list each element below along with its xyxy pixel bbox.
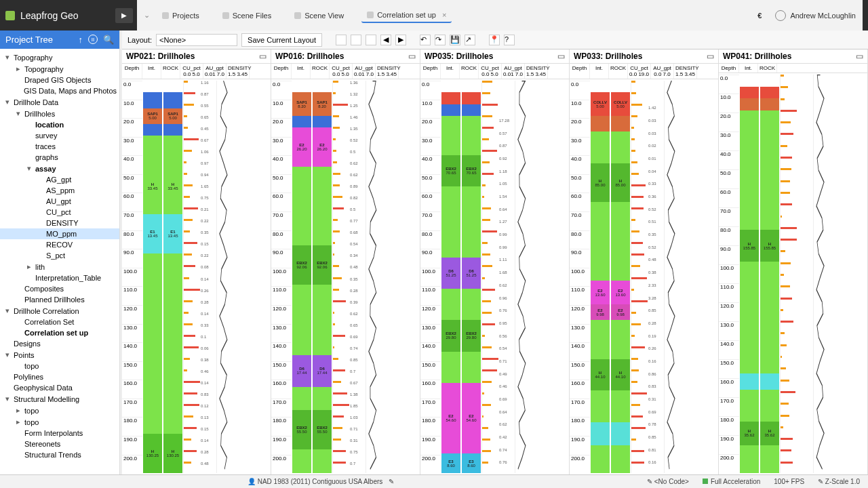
record-button[interactable]	[115, 8, 133, 23]
tree-node[interactable]: ▾Topography	[0, 52, 119, 63]
tree-node[interactable]: CU_pct	[0, 207, 119, 218]
fps-label: 100+ FPS	[774, 478, 804, 485]
tree-node[interactable]: ▸topo	[0, 416, 119, 428]
tree-node[interactable]: ▾Drillholes	[0, 108, 119, 119]
cu-pct-column	[183, 81, 199, 473]
tree-node[interactable]: Correlation Set	[0, 317, 119, 327]
panel-close-icon[interactable]: ▭	[259, 52, 267, 61]
caret-icon[interactable]: ▾	[4, 350, 11, 359]
pause-icon[interactable]: II	[88, 35, 98, 44]
tree-node[interactable]: traces	[0, 141, 119, 152]
next-icon[interactable]: ▶	[395, 35, 406, 45]
tree-node[interactable]: ▸lith	[0, 261, 119, 272]
redo-icon[interactable]: ↷	[435, 35, 446, 45]
tree-node[interactable]: Draped GIS Objects	[0, 75, 119, 85]
tree-node[interactable]: Polylines	[0, 371, 119, 382]
tab-projects[interactable]: Projects	[157, 9, 205, 22]
search-icon[interactable]: 🔍	[103, 35, 114, 45]
tab-scene-files[interactable]: Scene Files	[217, 9, 277, 22]
au-gpt-column: 1.420.030.030.020.010.040.330.360.520.51…	[647, 81, 664, 473]
tree-node[interactable]: Interpretation_Table	[0, 272, 119, 283]
currency-icon[interactable]: €	[757, 12, 762, 20]
caret-icon[interactable]: ▸	[15, 64, 22, 73]
tree-node[interactable]: AU_gpt	[0, 196, 119, 207]
tree-node[interactable]: AS_ppm	[0, 185, 119, 196]
layout-select[interactable]	[156, 34, 237, 46]
save-layout-button[interactable]: Save Current Layout	[241, 33, 322, 47]
strip-view[interactable]: 0.010.020.030.040.050.060.070.080.090.01…	[420, 79, 569, 474]
code-edit-icon[interactable]: ✎	[647, 478, 652, 485]
tree-node[interactable]: ▸Topography	[0, 63, 119, 75]
tab-correlation-set-up[interactable]: Correlation set up×	[361, 8, 452, 23]
projection-edit-icon[interactable]: ✎	[389, 478, 394, 485]
drillhole-panel: WP041: Drillholes▭DepthInt.ROCK0.010.020…	[719, 49, 868, 474]
project-tree-header: Project Tree ↑ II 🔍	[0, 30, 119, 49]
caret-icon[interactable]: ▾	[4, 98, 11, 106]
close-icon[interactable]: ×	[442, 11, 446, 19]
tree-node[interactable]: ▾Drillhole Correlation	[0, 305, 119, 317]
panel-close-icon[interactable]: ▭	[557, 52, 565, 61]
caret-icon[interactable]: ▸	[15, 418, 22, 426]
depth-axis: 0.010.020.030.040.050.060.070.080.090.01…	[570, 81, 590, 473]
tree-node[interactable]: ▾Structural Modelling	[0, 393, 119, 405]
tree-node[interactable]: ▾assay	[0, 163, 119, 174]
strip-view[interactable]: 0.010.020.030.040.050.060.070.080.090.01…	[570, 79, 718, 474]
au-gpt-column: 1.361.321.251.461.350.520.50.620.620.890…	[349, 81, 366, 473]
strip-view[interactable]: 0.010.020.030.040.050.060.070.080.090.01…	[271, 79, 420, 474]
prev-icon[interactable]: ◀	[380, 35, 391, 45]
tree-node[interactable]: Planned Drillholes	[0, 294, 119, 305]
tree-node[interactable]: location	[0, 119, 119, 130]
help-icon[interactable]: ?	[504, 35, 515, 45]
panel-title: WP016: Drillholes▭	[271, 49, 420, 64]
tree-node[interactable]: topo	[0, 361, 119, 371]
strip-view[interactable]: 0.010.020.030.040.050.060.070.080.090.01…	[719, 73, 867, 474]
tool-icon-1[interactable]	[336, 35, 347, 45]
correlation-panels[interactable]: WP021: Drillholes▭DepthInt.ROCKCU_pct0.0…	[122, 49, 868, 474]
tree-node[interactable]: S_pct	[0, 250, 119, 261]
caret-icon[interactable]: ▾	[15, 109, 22, 118]
tree-node[interactable]: ▸topo	[0, 405, 119, 416]
user-menu[interactable]: Andrew McLoughlin	[768, 0, 863, 30]
caret-icon[interactable]: ▸	[26, 262, 33, 271]
tree-node[interactable]: Geophysical Data	[0, 382, 119, 393]
tree-node[interactable]: DENSITY	[0, 218, 119, 228]
tree-node[interactable]: Designs	[0, 338, 119, 349]
tree-node[interactable]: ▾Drillhole Data	[0, 96, 119, 108]
caret-icon[interactable]: ▾	[4, 53, 11, 62]
tree-node[interactable]: Form Interpolants	[0, 428, 119, 439]
project-tree[interactable]: ▾Topography▸Topography Draped GIS Object…	[0, 49, 119, 474]
tab-scene-view[interactable]: Scene View	[289, 9, 349, 22]
tree-node[interactable]: Stereonets	[0, 439, 119, 449]
tree-node[interactable]: survey	[0, 130, 119, 141]
user-name: Andrew McLoughlin	[790, 12, 856, 20]
tree-node[interactable]: graphs	[0, 152, 119, 163]
undo-icon[interactable]: ↶	[420, 35, 431, 45]
caret-icon[interactable]: ▾	[26, 164, 33, 173]
tree-node[interactable]: MO_ppm	[0, 228, 119, 239]
tree-node[interactable]: AG_gpt	[0, 174, 119, 185]
tree-node[interactable]: Composites	[0, 283, 119, 294]
export-icon[interactable]: ↗	[465, 35, 475, 45]
tool-icon-2[interactable]	[351, 35, 361, 45]
tree-node[interactable]: Structural Trends	[0, 449, 119, 460]
up-arrow-icon[interactable]: ↑	[79, 35, 83, 45]
tool-icon-3[interactable]	[366, 35, 376, 45]
caret-icon[interactable]: ▸	[15, 406, 22, 415]
strip-view[interactable]: 0.010.020.030.040.050.060.070.080.090.01…	[122, 79, 271, 474]
tree-node[interactable]: Correlation set up	[0, 327, 119, 338]
panel-close-icon[interactable]: ▭	[707, 52, 714, 61]
tree-node[interactable]: RECOV	[0, 239, 119, 250]
panel-close-icon[interactable]: ▭	[408, 52, 416, 61]
dropdown-icon[interactable]: ⌄	[144, 11, 150, 20]
caret-icon[interactable]: ▾	[4, 394, 11, 403]
tab-strip: ⌄ ProjectsScene FilesScene ViewCorrelati…	[137, 0, 768, 30]
pin-icon[interactable]: 📍	[489, 35, 500, 45]
au-gpt-column	[796, 75, 813, 473]
caret-icon[interactable]: ▾	[4, 306, 11, 315]
panel-close-icon[interactable]: ▭	[856, 52, 863, 61]
tree-node[interactable]: ▾Points	[0, 349, 119, 361]
save-icon[interactable]: 💾	[450, 35, 460, 45]
app-logo	[5, 11, 15, 20]
zscale-edit-icon[interactable]: ✎	[818, 478, 823, 485]
tree-node[interactable]: GIS Data, Maps and Photos	[0, 85, 119, 96]
